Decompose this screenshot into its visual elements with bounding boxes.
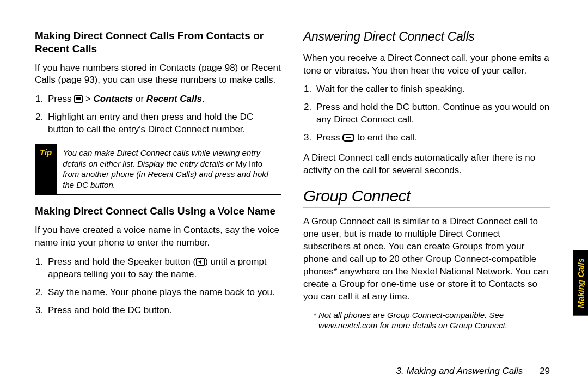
heading-contacts-recent: Making Direct Connect Calls From Contact… <box>35 29 281 56</box>
steps-answering: Wait for the caller to finish speaking. … <box>303 83 550 144</box>
para-intro-contacts: If you have numbers stored in Contacts (… <box>35 62 281 87</box>
para-auto-end: A Direct Connect call ends automatically… <box>303 152 550 177</box>
list-item: Wait for the caller to finish speaking. <box>314 83 550 96</box>
footer-page-number: 29 <box>540 366 550 376</box>
divider-yellow <box>303 207 550 208</box>
steps-contacts: Press > Contacts or Recent Calls. Highli… <box>35 93 281 136</box>
list-item: Press > Contacts or Recent Calls. <box>46 93 281 106</box>
heading-answering: Answering Direct Connect Calls <box>303 29 550 45</box>
para-group-connect: A Group Connect call is similar to a Dir… <box>303 216 550 303</box>
left-column: Making Direct Connect Calls From Contact… <box>35 29 281 370</box>
tip-label: Tip <box>35 144 57 194</box>
page-footer: 3. Making and Answering Calls 29 <box>396 366 550 377</box>
speaker-icon <box>196 258 205 266</box>
end-key-icon <box>342 134 354 142</box>
list-item: Press and hold the DC button. <box>46 304 281 317</box>
heading-voice-name: Making Direct Connect Calls Using a Voic… <box>35 205 281 218</box>
right-column: Answering Direct Connect Calls When you … <box>303 29 550 370</box>
steps-voice: Press and hold the Speaker button () unt… <box>35 256 281 317</box>
para-intro-voice: If you have created a voice name in Cont… <box>35 224 281 249</box>
list-item: Press to end the call. <box>314 132 550 144</box>
list-item: Highlight an entry and then press and ho… <box>46 111 281 136</box>
tip-box: Tip You can make Direct Connect calls wh… <box>35 144 281 195</box>
footnote-group-connect: * Not all phones are Group Connect-compa… <box>303 310 550 331</box>
para-answering-intro: When you receive a Direct Connect call, … <box>303 52 550 77</box>
heading-group-connect: Group Connect <box>303 187 550 205</box>
tip-content: You can make Direct Connect calls while … <box>57 144 281 194</box>
footer-chapter: 3. Making and Answering Calls <box>396 366 523 376</box>
list-item: Press and hold the Speaker button () unt… <box>46 256 281 281</box>
menu-icon <box>74 95 83 103</box>
list-item: Press and hold the DC button. Continue a… <box>314 101 550 126</box>
list-item: Say the name. Your phone plays the name … <box>46 286 281 299</box>
side-tab-making-calls: Making Calls <box>573 250 588 316</box>
